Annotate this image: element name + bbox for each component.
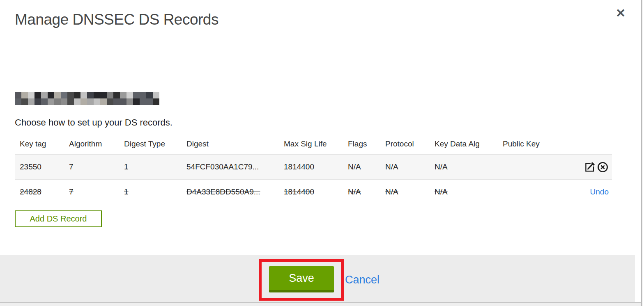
redacted-pixel [120,92,126,98]
redacted-pixel [21,92,28,98]
redacted-pixel [100,92,107,98]
redacted-pixel [15,92,21,98]
delete-icon[interactable] [597,161,609,173]
redacted-pixel [140,92,146,98]
redacted-pixel [94,92,100,98]
save-button[interactable]: Save [269,266,334,292]
redacted-pixel [28,98,34,105]
redacted-pixel [120,98,126,105]
redacted-pixel [61,98,67,105]
cancel-link[interactable]: Cancel [345,274,380,286]
redacted-pixel [100,98,107,105]
redacted-pixel [54,92,61,98]
cell-max-sig-life: 1814400 [279,162,343,171]
cell-algorithm: 7 [64,162,119,171]
redacted-pixel [153,98,159,105]
cell-key-tag: 24828 [15,187,64,196]
redacted-pixel [54,98,61,105]
cell-protocol: N/A [380,162,430,171]
cell-algorithm: 7 [64,187,119,196]
redacted-pixel [48,98,54,105]
cell-protocol: N/A [380,187,430,196]
redacted-pixel [80,92,87,98]
table-row-deleted: 24828 7 1 D4A33E8DD550A9... 1814400 N/A … [15,179,612,204]
redacted-pixel [94,98,100,105]
redacted-pixel [146,98,153,105]
redacted-pixel [21,98,28,105]
ds-records-instruction: Choose how to set up your DS records. [15,117,172,128]
cell-digest-type: 1 [119,187,182,196]
cell-key-data-alg: N/A [430,162,498,171]
col-header-key-tag: Key tag [15,139,64,148]
row-actions: Undo [590,187,612,196]
window-bottom-edge [0,302,641,306]
cell-digest: D4A33E8DD550A9... [182,187,279,196]
col-header-public-key: Public Key [498,139,567,148]
undo-link[interactable]: Undo [590,187,609,196]
close-icon[interactable]: ✕ [616,7,626,19]
col-header-key-data-alg: Key Data Alg [430,139,498,148]
table-row: 23550 7 1 54FCF030AA1C79... 1814400 N/A … [15,154,612,179]
redacted-pixel [67,98,74,105]
redacted-pixel [48,92,54,98]
col-header-digest-type: Digest Type [119,139,182,148]
redacted-pixel [153,92,159,98]
redacted-domain-name [15,92,159,105]
col-header-protocol: Protocol [380,139,430,148]
cell-flags: N/A [343,162,380,171]
col-header-digest: Digest [182,139,279,148]
cell-key-tag: 23550 [15,162,64,171]
redacted-pixel [146,92,153,98]
redacted-pixel [74,98,80,105]
cell-digest-type: 1 [119,162,182,171]
redacted-pixel [126,92,133,98]
redacted-pixel [107,98,113,105]
redacted-pixel [133,92,140,98]
redacted-pixel [41,92,48,98]
edit-icon[interactable] [584,161,596,173]
redacted-pixel [61,92,67,98]
redacted-pixel [74,92,80,98]
page-title: Manage DNSSEC DS Records [15,11,218,28]
col-header-algorithm: Algorithm [64,139,119,148]
manage-dnssec-modal: Manage DNSSEC DS Records ✕ Choose how to… [0,0,644,306]
redacted-pixel [107,92,113,98]
redacted-pixel [140,98,146,105]
redacted-pixel [113,98,120,105]
redacted-pixel [113,92,120,98]
redacted-pixel [126,98,133,105]
redacted-pixel [15,98,21,105]
redacted-pixel [67,92,74,98]
add-ds-record-button[interactable]: Add DS Record [15,210,102,227]
col-header-max-sig-life: Max Sig Life [279,139,343,148]
redacted-pixel [34,98,41,105]
table-header-row: Key tag Algorithm Digest Type Digest Max… [15,134,612,154]
redacted-pixel [87,98,94,105]
redacted-pixel [34,92,41,98]
cell-digest: 54FCF030AA1C79... [182,162,279,171]
redacted-pixel [133,98,140,105]
redacted-pixel [41,98,48,105]
cell-max-sig-life: 1814400 [279,187,343,196]
ds-records-table: Key tag Algorithm Digest Type Digest Max… [15,134,612,204]
window-right-edge [641,0,642,306]
redacted-pixel [87,92,94,98]
cell-flags: N/A [343,187,380,196]
col-header-flags: Flags [343,139,380,148]
row-actions [584,161,612,173]
redacted-pixel [28,92,34,98]
redacted-pixel [80,98,87,105]
cell-key-data-alg: N/A [430,187,498,196]
